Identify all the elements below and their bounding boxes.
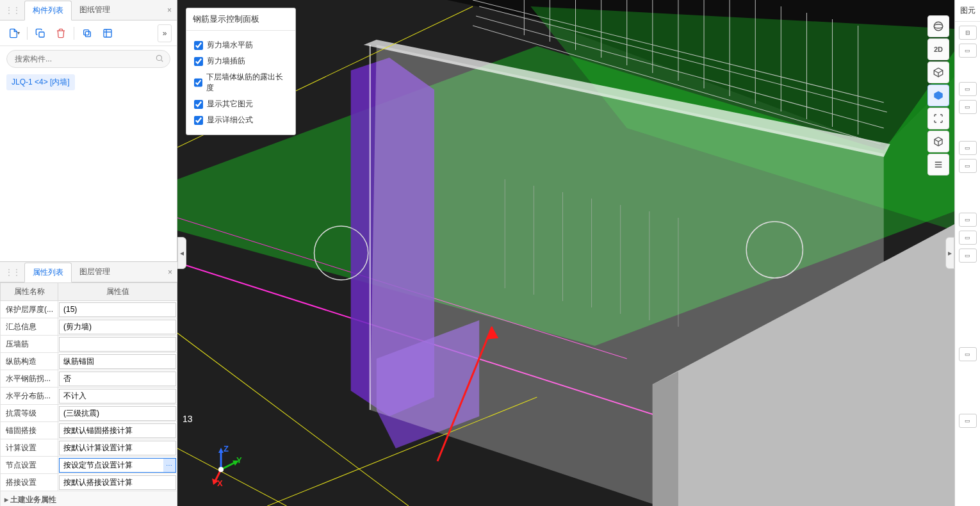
property-value-input[interactable] (60, 476, 176, 489)
category-row[interactable]: ▸ 土建业务属性 (1, 491, 177, 507)
property-value-cell[interactable] (58, 301, 177, 318)
property-row: 抗震等级 (1, 405, 177, 422)
view-tools: 2D (927, 15, 949, 175)
tab-component-list[interactable]: 构件列表 (24, 1, 72, 20)
right-edge-handle[interactable]: ▸ (945, 237, 954, 269)
right-item-8[interactable]: ▭ (959, 231, 977, 245)
component-list-item[interactable]: JLQ-1 <4> [内墙] (6, 74, 75, 90)
right-tab-element[interactable]: 图元 (955, 0, 980, 22)
display-option[interactable]: 显示其它图元 (194, 96, 288, 112)
property-value-input[interactable] (60, 303, 176, 316)
right-item-6[interactable]: ▭ (959, 159, 977, 173)
property-row: 节点设置⋯ (1, 457, 177, 474)
package-icon[interactable] (927, 131, 949, 152)
rebar-display-control-panel[interactable]: 钢筋显示控制面板 剪力墙水平筋剪力墙插筋下层墙体纵筋的露出长度显示其它图元显示详… (186, 8, 296, 135)
display-option-checkbox[interactable] (194, 57, 203, 66)
right-item-3[interactable]: ▭ (959, 82, 977, 96)
copy-button[interactable] (31, 24, 49, 42)
grid-button[interactable] (99, 24, 117, 42)
property-row: 保护层厚度(... (1, 301, 177, 318)
property-value-cell[interactable] (58, 388, 177, 405)
property-name: 计算设置 (1, 439, 58, 457)
property-name: 抗震等级 (1, 405, 58, 422)
property-value-cell[interactable] (58, 318, 177, 336)
clone-button[interactable] (78, 24, 96, 42)
property-value-input[interactable] (60, 424, 176, 437)
property-value-cell[interactable]: ⋯ (58, 457, 177, 474)
search-input-wrap (6, 50, 170, 68)
tab-drawing-manage[interactable]: 图纸管理 (72, 1, 118, 19)
property-name: 节点设置 (1, 457, 58, 474)
svg-line-7 (161, 60, 163, 62)
toolbar-overflow-button[interactable]: » (158, 24, 172, 42)
list-icon[interactable] (927, 154, 949, 175)
property-value-input[interactable] (60, 338, 176, 351)
grip-icon[interactable]: ⋮⋮ (5, 268, 20, 277)
display-option[interactable]: 显示详细公式 (194, 112, 288, 128)
svg-point-6 (156, 55, 161, 60)
2d-icon[interactable]: 2D (927, 38, 949, 60)
property-value-input[interactable] (60, 441, 176, 455)
display-option[interactable]: 剪力墙水平筋 (194, 37, 288, 53)
display-option-label: 显示其它图元 (207, 99, 253, 110)
cube-solid-icon[interactable] (927, 85, 949, 106)
property-value-cell[interactable] (58, 336, 177, 353)
tab-attribute-list[interactable]: 属性列表 (24, 263, 72, 282)
property-value-cell[interactable] (58, 405, 177, 422)
search-input[interactable] (6, 50, 170, 68)
display-option-checkbox[interactable] (194, 116, 203, 125)
sphere-icon[interactable] (927, 15, 949, 37)
display-option[interactable]: 剪力墙插筋 (194, 53, 288, 69)
property-value-cell[interactable] (58, 439, 177, 457)
focus-icon[interactable] (927, 108, 949, 129)
panel-close-icon[interactable]: × (167, 6, 172, 15)
svg-point-52 (934, 22, 943, 31)
property-value-input[interactable] (60, 320, 176, 334)
new-button[interactable]: ▾ (5, 24, 23, 42)
axis-gizmo[interactable]: Z Y X (203, 446, 241, 487)
property-row: 搭接设置 (1, 474, 177, 491)
tab-layer-manage[interactable]: 图层管理 (72, 263, 118, 281)
property-name: 锚固搭接 (1, 422, 58, 439)
property-value-input[interactable] (60, 355, 176, 368)
grip-icon[interactable]: ⋮⋮ (5, 6, 20, 15)
display-option[interactable]: 下层墙体纵筋的露出长度 (194, 69, 288, 96)
property-table: 属性名称 属性值 保护层厚度(...汇总信息压墙筋纵筋构造水平钢筋拐...水平分… (0, 282, 177, 506)
property-row: 计算设置 (1, 439, 177, 457)
svg-rect-0 (39, 32, 44, 37)
property-value-input[interactable] (60, 372, 176, 386)
right-item-10[interactable]: ▭ (959, 347, 977, 361)
property-value-input[interactable] (60, 459, 163, 472)
right-item-11[interactable]: ▭ (959, 414, 977, 428)
property-row: 锚固搭接 (1, 422, 177, 439)
property-value-cell[interactable] (58, 422, 177, 439)
display-option-label: 剪力墙插筋 (207, 56, 245, 67)
right-item-5[interactable]: ▭ (959, 141, 977, 155)
panel-close-icon[interactable]: × (168, 268, 172, 277)
property-value-cell[interactable] (58, 370, 177, 388)
property-name: 压墙筋 (1, 336, 58, 353)
property-value-cell[interactable] (58, 474, 177, 491)
right-item-7[interactable]: ▭ (959, 213, 977, 227)
property-more-button[interactable]: ⋯ (163, 459, 176, 472)
axis-z-label: Z (224, 444, 229, 453)
right-item-1[interactable]: ⊟ (959, 26, 977, 40)
right-item-2[interactable]: ▭ (959, 44, 977, 58)
left-edge-handle[interactable]: ◂ (177, 237, 186, 269)
property-value-input[interactable] (60, 407, 176, 420)
property-name: 纵筋构造 (1, 353, 58, 370)
viewport-annotation: 13 (183, 414, 193, 424)
property-value-input[interactable] (60, 389, 176, 403)
svg-marker-18 (653, 371, 678, 506)
display-option-checkbox[interactable] (194, 78, 202, 87)
delete-button[interactable] (52, 24, 70, 42)
cube-wire-icon[interactable] (927, 61, 949, 83)
display-option-checkbox[interactable] (194, 41, 203, 50)
svg-rect-1 (85, 31, 90, 37)
right-item-9[interactable]: ▭ (959, 249, 977, 263)
display-option-checkbox[interactable] (194, 100, 203, 109)
right-item-4[interactable]: ▭ (959, 100, 977, 114)
svg-marker-58 (218, 448, 224, 453)
property-value-cell[interactable] (58, 353, 177, 370)
search-icon[interactable] (155, 54, 164, 65)
